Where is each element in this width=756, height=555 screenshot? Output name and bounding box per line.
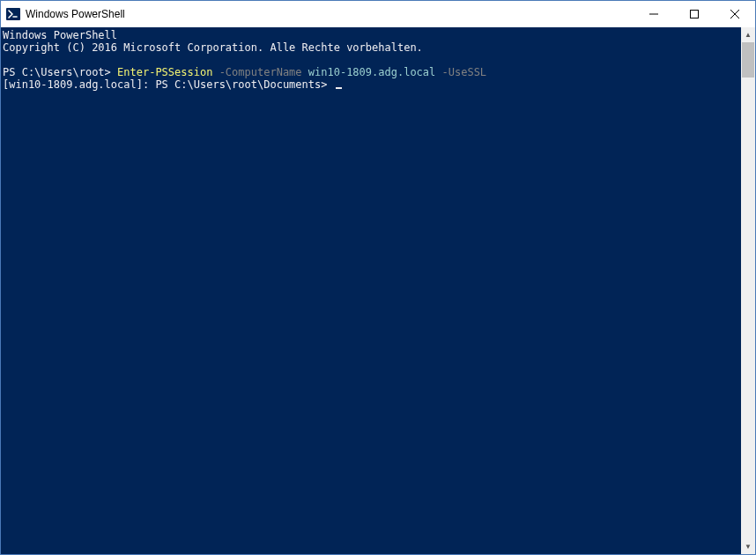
param-value: win10-1809.adg.local xyxy=(308,66,436,78)
prompt: PS C:\Users\root> xyxy=(3,66,117,78)
vertical-scrollbar[interactable]: ▲ ▼ xyxy=(741,27,755,554)
scroll-track[interactable] xyxy=(741,42,755,539)
powershell-window: Windows PowerShell Windows PowerShell Co… xyxy=(0,0,756,555)
scroll-thumb[interactable] xyxy=(742,42,754,78)
cmdlet-name: Enter-PSSession xyxy=(117,66,212,78)
param-name: -ComputerName xyxy=(212,66,308,78)
console-output[interactable]: Windows PowerShell Copyright (C) 2016 Mi… xyxy=(1,27,741,554)
minimize-button[interactable] xyxy=(634,1,674,27)
svg-rect-0 xyxy=(6,8,20,20)
window-title: Windows PowerShell xyxy=(26,8,634,20)
close-button[interactable] xyxy=(715,1,755,27)
window-controls xyxy=(634,1,755,27)
svg-rect-2 xyxy=(691,11,699,18)
banner-line: Copyright (C) 2016 Microsoft Corporation… xyxy=(3,41,423,54)
titlebar[interactable]: Windows PowerShell xyxy=(1,1,755,27)
param-name: -UseSSL xyxy=(435,66,486,78)
remote-prompt: [win10-1809.adg.local]: PS C:\Users\root… xyxy=(3,78,334,91)
scroll-up-button[interactable]: ▲ xyxy=(741,27,755,42)
powershell-icon xyxy=(6,7,20,21)
maximize-button[interactable] xyxy=(674,1,715,27)
console-area: Windows PowerShell Copyright (C) 2016 Mi… xyxy=(1,27,755,554)
banner-line: Windows PowerShell xyxy=(3,29,117,41)
cursor xyxy=(336,87,342,89)
scroll-down-button[interactable]: ▼ xyxy=(741,539,755,554)
